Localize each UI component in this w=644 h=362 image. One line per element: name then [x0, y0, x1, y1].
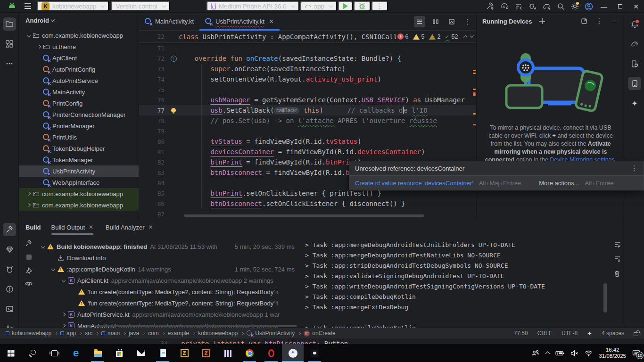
stripe-mark[interactable] — [473, 113, 476, 115]
preview-eye-icon[interactable] — [25, 281, 33, 287]
volume-muted-icon[interactable] — [570, 350, 578, 356]
task-view-taskbar-icon[interactable] — [43, 344, 65, 362]
tree-chevron[interactable] — [62, 313, 66, 316]
stripe-mark[interactable] — [473, 89, 476, 90]
tree-expand-chevron[interactable] — [27, 203, 31, 207]
code-line[interactable]: 79 — [139, 126, 476, 136]
tree-item[interactable]: KTokenDebugHelper — [19, 143, 139, 154]
tree-item[interactable]: KPrintUtils — [19, 132, 139, 143]
app-quality-insights-icon[interactable] — [3, 243, 16, 256]
edge-taskbar-icon[interactable]: e — [65, 344, 87, 362]
notifications-icon[interactable] — [628, 17, 641, 31]
search-taskbar-icon[interactable] — [22, 344, 43, 362]
build-tree-row[interactable]: Download info — [38, 252, 298, 263]
app-bars-taskbar-icon[interactable] — [217, 344, 239, 362]
pin-tab-icon[interactable] — [25, 267, 33, 274]
notepad-taskbar-icon[interactable] — [152, 344, 173, 362]
app-z-yellow-taskbar-icon[interactable]: Ƶ — [173, 344, 195, 362]
tree-item[interactable]: ui.theme — [19, 41, 139, 52]
attach-debugger-icon[interactable] — [525, 0, 539, 13]
code-line[interactable]: 75 — [139, 84, 476, 95]
device-manager-icon[interactable] — [628, 57, 641, 70]
breadcrumb-item[interactable]: KUsbPrintActivity — [247, 330, 295, 337]
tree-chevron[interactable] — [62, 324, 66, 328]
tree-chevron[interactable] — [62, 279, 66, 282]
stripe-mark[interactable] — [473, 70, 476, 71]
add-device-button[interactable] — [537, 16, 547, 26]
tree-expand-chevron[interactable] — [37, 45, 41, 49]
inspection-weak-count[interactable]: 2 — [429, 33, 441, 40]
wifi-icon[interactable] — [585, 350, 593, 356]
console-vertical-scrollbar[interactable] — [603, 283, 607, 313]
android-studio-taskbar-icon[interactable] — [282, 344, 304, 362]
tree-item[interactable]: com.example.kobionewebapp — [19, 199, 139, 211]
build-project-icon[interactable] — [483, 0, 497, 13]
breadcrumb-item[interactable]: app — [60, 330, 76, 337]
code-line[interactable]: 76 usbManager = getSystemService(Context… — [139, 95, 476, 105]
code-line[interactable]: 78 // pos.Set(usb) -> on l'attache APRÈS… — [139, 115, 476, 126]
code-line[interactable]: 81 devicesContainer = findViewById(R.id.… — [139, 147, 476, 157]
people-icon[interactable] — [531, 350, 540, 356]
stop-build-icon[interactable] — [26, 255, 32, 260]
tree-item[interactable]: KTokenManager — [19, 154, 139, 165]
tree-item[interactable]: KPrintConfig — [19, 98, 139, 109]
github-taskbar-icon[interactable] — [304, 344, 325, 362]
breadcrumb-item[interactable]: main — [101, 330, 120, 337]
mail-taskbar-icon[interactable] — [130, 344, 152, 362]
code-lines[interactable]: 7172↑ override fun onCreate(savedInstanc… — [139, 43, 476, 218]
close-button[interactable]: ✕ — [628, 0, 644, 13]
code-line[interactable]: 80 tvStatus = findViewById(R.id.tvStatus… — [139, 136, 476, 147]
tree-item[interactable]: KPrinterConnectionManager — [19, 109, 139, 120]
profile-icon[interactable] — [582, 0, 596, 13]
rerun-build-icon[interactable] — [25, 240, 33, 247]
search-everywhere-icon[interactable] — [553, 0, 568, 13]
breadcrumb-item[interactable]: kobionewebapp — [6, 330, 51, 337]
code-line[interactable]: 71 — [139, 43, 476, 53]
tree-item[interactable]: KPrinterManager — [19, 120, 139, 132]
stripe-mark[interactable] — [473, 73, 476, 74]
caret-position[interactable]: 77:50 — [514, 330, 528, 337]
opera-taskbar-icon[interactable] — [260, 344, 282, 362]
tree-chevron[interactable] — [41, 245, 45, 248]
panel-options-icon[interactable]: ⋮ — [594, 16, 604, 26]
hide-panel-icon[interactable]: — — [610, 16, 619, 26]
tree-item[interactable]: KAutoPrintService — [19, 75, 139, 86]
tree-expand-chevron[interactable] — [27, 192, 31, 196]
tree-item[interactable]: KWebAppInterface — [19, 177, 139, 188]
editor-tab[interactable]: KMainActivity.kt — [139, 13, 199, 30]
battery-icon[interactable] — [555, 351, 564, 356]
tree-item[interactable]: com.example.kobionewebapp — [19, 188, 139, 199]
gradle-console[interactable]: > Task :app:mergeDebugAndroidTestJniLibF… — [298, 236, 625, 328]
gradle-sync-icon[interactable] — [539, 0, 553, 13]
tab-close-icon[interactable]: ✕ — [269, 18, 274, 25]
line-separator[interactable]: CRLF — [537, 330, 552, 337]
debug-button[interactable] — [354, 1, 371, 11]
inspection-warning-count[interactable]: 5 — [413, 33, 425, 40]
open-in-new-window-icon[interactable] — [579, 16, 589, 26]
tree-horizontal-scrollbar[interactable] — [94, 325, 297, 327]
intention-bulb-icon[interactable] — [171, 108, 176, 113]
tree-collapse-chevron[interactable] — [27, 33, 31, 37]
build-tree-row[interactable]: KAutoPrintService.ktapp\src\main\java\co… — [38, 309, 298, 320]
apply-changes-icon[interactable]: A — [497, 0, 511, 13]
split-editor-icon[interactable] — [430, 16, 441, 27]
main-menu-icon[interactable] — [21, 0, 35, 13]
code-line[interactable]: 77 usb.SetCallBack(callBack: this) // ca… — [139, 105, 476, 115]
breadcrumb-item[interactable]: example — [168, 330, 189, 337]
build-tab[interactable]: Build Output✕ — [51, 218, 94, 236]
start-taskbar-icon[interactable] — [0, 344, 22, 362]
build-tab[interactable]: Build Analyzer✕ — [106, 218, 153, 236]
ai-assistant-status-icon[interactable]: ✦ — [587, 330, 592, 337]
run-button[interactable] — [338, 1, 353, 11]
breadcrumb-item[interactable]: kobionewebapp — [198, 330, 238, 337]
inspection-error-count[interactable]: !6 — [397, 33, 409, 40]
readonly-lock-icon[interactable] — [634, 332, 638, 336]
device-selector[interactable]: Medium Phone API 36.0 — [206, 1, 299, 11]
project-selector[interactable]: K kobionewebapp — [37, 1, 109, 11]
editor-horizontal-scrollbar[interactable] — [184, 214, 424, 217]
editor-more-icon[interactable]: ⋮ — [462, 16, 473, 27]
code-line[interactable]: 74 setContentView(R.layout.activity_usb_… — [139, 74, 476, 84]
prev-problem-chevron[interactable] — [463, 35, 467, 39]
logcat-icon[interactable] — [3, 263, 16, 276]
code-line[interactable]: 86 btnDisconnect.setOnClickListener { di… — [139, 198, 476, 209]
